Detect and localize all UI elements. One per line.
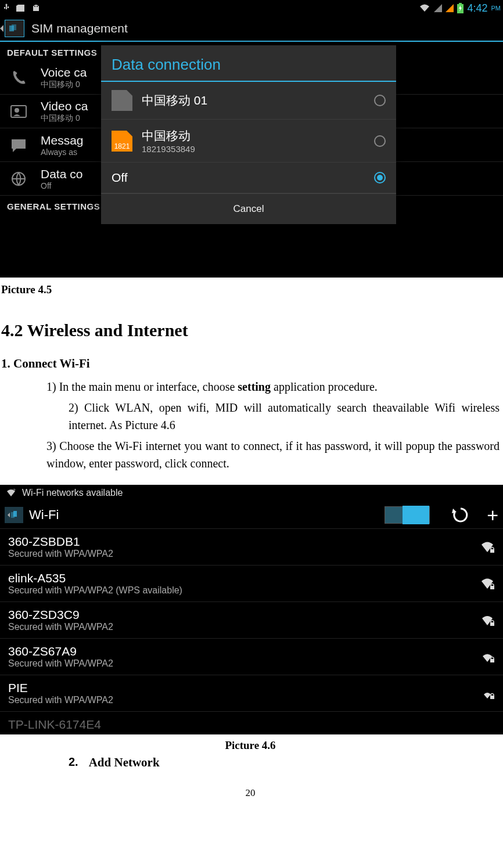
page-number: 20 — [1, 787, 500, 799]
dialog-data-connection: Data connection 中国移动 01 1821 中国移动1821935… — [101, 45, 396, 224]
text: 1) In the main menu or interface, choose — [46, 380, 238, 393]
wifi-secure-icon — [480, 576, 495, 591]
wifi-settings-icon[interactable] — [5, 507, 23, 523]
wifi-secure-icon — [480, 613, 495, 628]
screenshot-sim-management: 4:42 PM SIM management DEFAULT SETTINGS … — [0, 0, 503, 278]
svg-rect-3 — [459, 3, 462, 4]
wifi-network-row[interactable]: 360-ZSD3C9Secured with WPA/WPA2 — [0, 602, 503, 639]
svg-rect-14 — [490, 622, 494, 626]
wifi-toggle-on[interactable] — [385, 506, 430, 524]
wifi-network-row[interactable]: TP-LINK-6174E4 — [0, 712, 503, 734]
svg-point-7 — [15, 108, 19, 113]
security: Secured with WPA/WPA2 — [8, 658, 480, 669]
sd-icon — [16, 5, 26, 12]
svg-text:?: ? — [13, 488, 16, 493]
settings-back-icon[interactable] — [5, 20, 24, 37]
globe-icon — [7, 171, 30, 186]
status-time: 4:42 — [467, 2, 487, 15]
status-ampm: PM — [491, 5, 501, 12]
dialog-option-sim1[interactable]: 中国移动 01 — [101, 82, 396, 120]
ssid: TP-LINK-6174E4 — [8, 718, 495, 732]
ssid: PIE — [8, 681, 480, 695]
ssid: 360-ZS67A9 — [8, 644, 480, 658]
option-label: 中国移动 01 — [142, 92, 365, 109]
bold-setting: setting — [238, 380, 271, 393]
screenshot-wifi-list: ? Wi-Fi networks available Wi-Fi + 360-Z… — [0, 485, 503, 734]
radio-unchecked[interactable] — [374, 95, 386, 106]
sim-icon: 1821 — [112, 131, 132, 152]
svg-rect-12 — [490, 549, 494, 553]
caption-picture-4-5: Picture 4.5 — [1, 283, 500, 296]
svg-point-0 — [34, 6, 35, 7]
refresh-icon[interactable] — [452, 506, 469, 524]
notification-text: Wi-Fi networks available — [22, 488, 123, 498]
row-title: Data co — [41, 167, 82, 181]
caption-picture-4-6: Picture 4.6 — [1, 739, 500, 752]
row-title: Messag — [41, 134, 84, 147]
notification-bar: ? Wi-Fi networks available — [0, 485, 503, 501]
row-sub: Off — [41, 181, 82, 190]
step-2: 2) Click WLAN, open wifi, MID will autom… — [69, 399, 500, 434]
wifi-network-row[interactable]: PIESecured with WPA/WPA2 — [0, 675, 503, 712]
svg-rect-11 — [13, 511, 17, 517]
option-sub: 18219353849 — [142, 144, 365, 154]
step-1: 1) In the main menu or interface, choose… — [46, 378, 500, 395]
wifi-title: Wi-Fi — [29, 507, 379, 523]
security: Secured with WPA/WPA2 (WPS available) — [8, 585, 480, 596]
option-label: 中国移动 — [142, 128, 365, 144]
status-bar: 4:42 PM — [0, 0, 503, 16]
ssid: 360-ZSD3C9 — [8, 608, 480, 622]
row-title: Voice ca — [41, 66, 87, 80]
dialog-option-sim2[interactable]: 1821 中国移动18219353849 — [101, 120, 396, 163]
svg-point-1 — [37, 6, 38, 7]
dialog-title: Data connection — [101, 45, 396, 82]
row-sub: 中国移动 0 — [41, 80, 87, 90]
ssid: 360-ZSBDB1 — [8, 535, 480, 549]
message-icon — [7, 138, 30, 152]
subhead-connect-wifi: 1. Connect Wi-Fi — [1, 356, 500, 371]
phone-icon — [7, 70, 30, 86]
wifi-network-row[interactable]: 360-ZS67A9Secured with WPA/WPA2 — [0, 639, 503, 675]
svg-rect-15 — [490, 659, 494, 662]
wifi-header: Wi-Fi + — [0, 501, 503, 529]
svg-rect-16 — [490, 696, 494, 699]
security: Secured with WPA/WPA2 — [8, 549, 480, 559]
wifi-secure-icon — [480, 649, 495, 664]
wifi-available-icon: ? — [6, 488, 16, 498]
usb-debug-icon — [2, 3, 10, 13]
ssid: elink-A535 — [8, 571, 480, 585]
step-add-network: 2. Add Network — [69, 755, 500, 770]
row-title: Video ca — [41, 99, 88, 113]
titlebar: SIM management — [0, 16, 503, 42]
wifi-network-row[interactable]: 360-ZSBDB1Secured with WPA/WPA2 — [0, 529, 503, 566]
radio-unchecked[interactable] — [374, 135, 386, 147]
wifi-network-row[interactable]: elink-A535Secured with WPA/WPA2 (WPS ava… — [0, 566, 503, 602]
battery-charging-icon — [457, 3, 464, 13]
video-call-icon — [7, 105, 30, 118]
android-icon — [31, 4, 41, 12]
row-sub: 中国移动 0 — [41, 113, 88, 124]
svg-rect-13 — [490, 586, 494, 589]
svg-rect-5 — [12, 24, 16, 30]
security: Secured with WPA/WPA2 — [8, 695, 480, 705]
step-number: 2. — [69, 755, 78, 770]
step-3: 3) Choose the Wi-Fi internet you want to… — [46, 437, 500, 472]
cancel-button[interactable]: Cancel — [101, 193, 396, 224]
wifi-icon — [419, 3, 430, 13]
text: application procedure. — [271, 380, 378, 393]
row-sub: Always as — [41, 147, 84, 157]
wifi-secure-icon — [480, 539, 495, 554]
page-title: SIM management — [31, 21, 128, 35]
radio-checked[interactable] — [374, 172, 386, 183]
heading-4-2: 4.2 Wireless and Internet — [1, 320, 500, 340]
wifi-secure-icon — [480, 686, 495, 701]
security: Secured with WPA/WPA2 — [8, 622, 480, 632]
dialog-option-off[interactable]: Off — [101, 163, 396, 193]
signal-icon-orange — [445, 4, 454, 12]
step-text: Add Network — [89, 755, 160, 770]
sim-icon — [112, 90, 132, 111]
signal-icon-grey — [434, 4, 442, 12]
option-label: Off — [112, 171, 365, 185]
